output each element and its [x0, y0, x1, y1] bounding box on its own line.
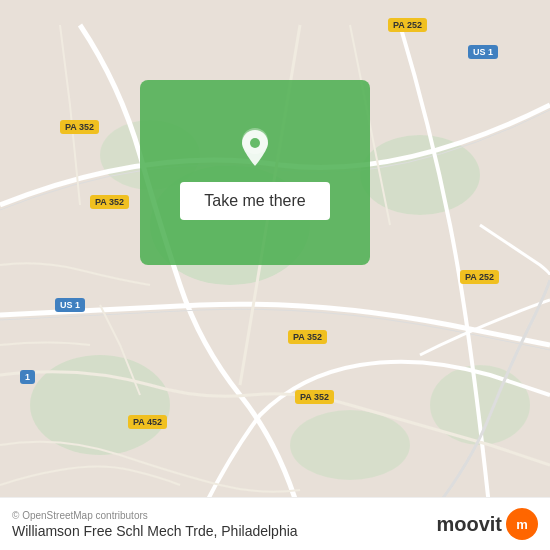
location-pin-icon: [233, 126, 277, 170]
route-badge-us1-bottom: 1: [20, 370, 35, 384]
route-badge-us1-left: US 1: [55, 298, 85, 312]
moovit-logo-icon: m: [506, 508, 538, 540]
svg-point-8: [250, 138, 260, 148]
route-badge-pa352-center-left: PA 352: [90, 195, 129, 209]
route-badge-us1-top-right: US 1: [468, 45, 498, 59]
moovit-logo-text: moovit: [436, 513, 502, 536]
route-badge-pa252-top-right: PA 252: [388, 18, 427, 32]
popup-overlay: Take me there: [140, 80, 370, 265]
route-badge-pa452: PA 452: [128, 415, 167, 429]
route-badge-pa352-bottom: PA 352: [295, 390, 334, 404]
route-badge-pa352-right: PA 252: [460, 270, 499, 284]
svg-text:m: m: [516, 517, 528, 532]
take-me-there-button[interactable]: Take me there: [180, 182, 329, 220]
route-badge-pa352-top-left: PA 352: [60, 120, 99, 134]
copyright-text: © OpenStreetMap contributors: [12, 510, 298, 521]
svg-point-5: [290, 410, 410, 480]
svg-point-3: [30, 355, 170, 455]
route-badge-pa352-center: PA 352: [288, 330, 327, 344]
location-name: Williamson Free Schl Mech Trde, Philadel…: [12, 523, 298, 539]
bottom-bar-info: © OpenStreetMap contributors Williamson …: [12, 510, 298, 539]
map-container: PA 352 PA 252 US 1 US 1 PA 352 PA 352 PA…: [0, 0, 550, 550]
moovit-logo: moovit m: [436, 508, 538, 540]
bottom-bar: © OpenStreetMap contributors Williamson …: [0, 497, 550, 550]
